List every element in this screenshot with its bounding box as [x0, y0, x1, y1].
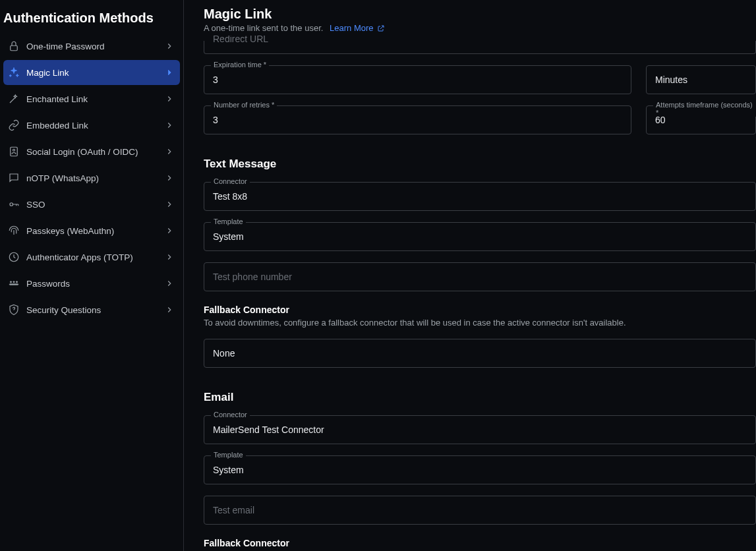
chat-icon [7, 171, 20, 185]
totp-icon [7, 250, 20, 264]
email-connector-field-wrap: Connector MailerSend Test Connector [204, 415, 756, 444]
email-fallback-title: Fallback Connector [204, 538, 756, 548]
sidebar-item-label: Security Questions [26, 305, 164, 315]
sidebar: Authentication Methods One-time Password… [0, 0, 184, 551]
external-link-icon [377, 24, 385, 32]
svg-point-5 [10, 281, 11, 283]
sms-template-label: Template [211, 218, 246, 225]
email-section-title: Email [204, 391, 756, 404]
sidebar-item-enchanted-link[interactable]: Enchanted Link [3, 86, 180, 111]
wand-icon [7, 92, 20, 105]
test-email-field-wrap [204, 496, 756, 525]
sms-template-select[interactable]: System [204, 222, 756, 251]
sms-connector-label: Connector [211, 177, 250, 185]
sidebar-item-label: SSO [26, 200, 164, 210]
main-content: Magic Link A one-time link sent to the u… [184, 0, 756, 551]
sidebar-item-label: Authenticator Apps (TOTP) [26, 252, 164, 262]
shield-question-icon [7, 303, 20, 316]
retries-field-wrap: Number of retries * [204, 105, 631, 134]
sidebar-item-social-login[interactable]: Social Login (OAuth / OIDC) [3, 139, 180, 164]
sidebar-item-label: One-time Password [26, 42, 164, 51]
sidebar-item-authenticator-apps[interactable]: Authenticator Apps (TOTP) [3, 245, 180, 270]
lock-icon [7, 40, 20, 53]
chevron-right-icon [164, 199, 175, 210]
sms-template-field-wrap: Template System [204, 222, 756, 251]
test-phone-input[interactable] [204, 262, 756, 291]
password-icon [7, 277, 20, 290]
learn-more-label: Learn More [330, 23, 373, 33]
sms-connector-select[interactable]: Test 8x8 [204, 182, 756, 211]
retries-label: Number of retries * [211, 101, 277, 109]
sidebar-item-label: nOTP (WhatsApp) [26, 173, 164, 183]
test-phone-field-wrap [204, 262, 756, 291]
sidebar-title: Authentication Methods [0, 7, 183, 34]
sidebar-item-label: Magic Link [26, 68, 164, 78]
page-title: Magic Link [204, 7, 736, 22]
chevron-right-icon [164, 41, 175, 51]
test-email-input[interactable] [204, 496, 756, 525]
svg-point-2 [13, 149, 15, 151]
sms-fallback-title: Fallback Connector [204, 304, 756, 315]
sidebar-item-label: Passkeys (WebAuthn) [26, 226, 164, 236]
chevron-right-icon [164, 252, 175, 262]
sidebar-item-embedded-link[interactable]: Embedded Link [3, 113, 180, 138]
sidebar-item-notp-whatsapp[interactable]: nOTP (WhatsApp) [3, 165, 180, 190]
chevron-right-icon [164, 173, 175, 183]
svg-rect-1 [11, 147, 18, 156]
chevron-right-icon [164, 120, 175, 130]
badge-icon [7, 145, 20, 158]
svg-point-7 [16, 281, 17, 283]
fingerprint-icon [7, 224, 20, 237]
svg-point-3 [10, 203, 13, 206]
chevron-right-icon [164, 94, 175, 104]
page-header: Magic Link A one-time link sent to the u… [184, 0, 756, 36]
svg-point-6 [13, 281, 15, 283]
key-icon [7, 198, 20, 211]
learn-more-link[interactable]: Learn More [330, 23, 384, 33]
expiration-time-input[interactable] [204, 65, 631, 94]
sidebar-item-one-time-password[interactable]: One-time Password [3, 34, 180, 59]
sidebar-item-label: Embedded Link [26, 121, 164, 130]
sms-fallback-select[interactable]: None [204, 339, 756, 368]
sidebar-item-sso[interactable]: SSO [3, 192, 180, 217]
chevron-right-icon [164, 225, 175, 236]
expiration-unit-select[interactable]: Minutes [646, 65, 756, 94]
page-subtitle-row: A one-time link sent to the user. Learn … [204, 23, 736, 33]
chevron-right-icon [164, 304, 175, 315]
sidebar-item-passwords[interactable]: Passwords [3, 271, 180, 296]
retries-input[interactable] [204, 105, 631, 134]
svg-rect-0 [11, 45, 18, 51]
email-connector-label: Connector [211, 411, 250, 419]
chevron-right-icon [164, 146, 175, 157]
chevron-right-icon [164, 278, 175, 289]
sms-connector-field-wrap: Connector Test 8x8 [204, 182, 756, 211]
redirect-url-label: Redirect URL [213, 36, 268, 44]
sidebar-item-magic-link[interactable]: Magic Link [3, 60, 180, 85]
expiration-unit-field-wrap: Minutes [646, 65, 756, 94]
form-scroll-area[interactable]: Redirect URL Expiration time * Minutes N… [184, 36, 756, 551]
email-template-select[interactable]: System [204, 455, 756, 484]
sms-fallback-desc: To avoid downtimes, configure a fallback… [204, 318, 756, 328]
email-connector-select[interactable]: MailerSend Test Connector [204, 415, 756, 444]
attempts-label: Attempts timeframe (seconds) * [653, 101, 756, 117]
redirect-url-field[interactable]: Redirect URL [204, 41, 756, 54]
expiration-time-field-wrap: Expiration time * [204, 65, 631, 94]
page-subtitle: A one-time link sent to the user. [204, 23, 323, 33]
sidebar-item-passkeys[interactable]: Passkeys (WebAuthn) [3, 218, 180, 243]
sidebar-item-label: Enchanted Link [26, 94, 164, 104]
sidebar-item-label: Passwords [26, 279, 164, 289]
text-message-section-title: Text Message [204, 158, 756, 171]
sidebar-item-security-questions[interactable]: Security Questions [3, 297, 180, 322]
chevron-right-icon [164, 67, 175, 78]
expiration-time-label: Expiration time * [211, 61, 269, 69]
svg-rect-8 [9, 284, 18, 285]
sparkle-icon [7, 66, 20, 79]
attempts-field-wrap: Attempts timeframe (seconds) * [646, 105, 756, 134]
sms-fallback-field-wrap: None [204, 339, 756, 368]
sidebar-item-label: Social Login (OAuth / OIDC) [26, 147, 164, 157]
nav-list: One-time Password Magic Link Enchanted L… [0, 34, 183, 322]
email-template-label: Template [211, 451, 246, 459]
link-icon [7, 119, 20, 132]
email-template-field-wrap: Template System [204, 455, 756, 484]
